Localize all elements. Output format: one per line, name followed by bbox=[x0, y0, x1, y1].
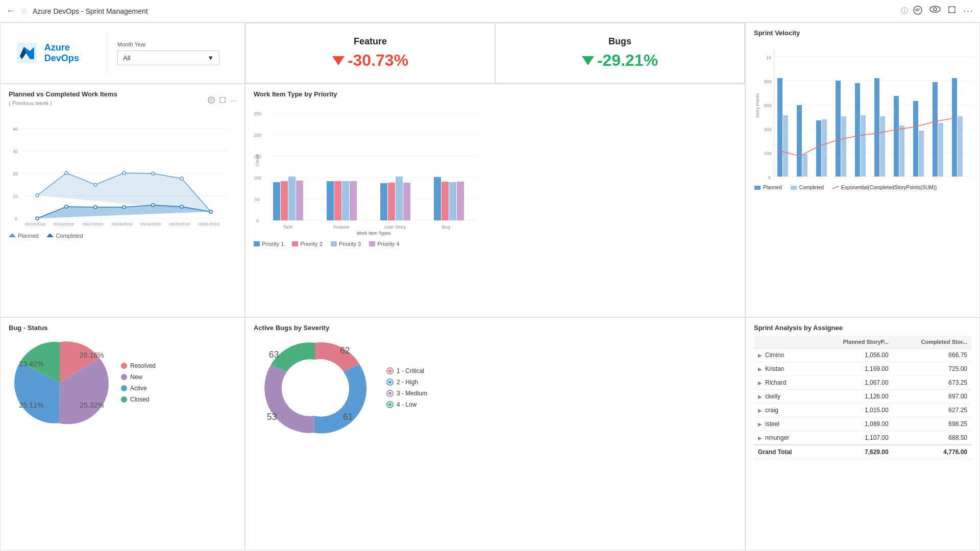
svg-point-2 bbox=[934, 8, 937, 11]
svg-point-69 bbox=[94, 206, 97, 209]
expand-row-icon[interactable]: ▶ bbox=[758, 366, 762, 372]
azure-devops-logo bbox=[16, 42, 38, 64]
p1-label: Priority 1 bbox=[262, 241, 284, 247]
svg-text:25.32%: 25.32% bbox=[80, 401, 104, 409]
svg-rect-21 bbox=[822, 119, 827, 177]
comment-icon[interactable] bbox=[208, 96, 215, 105]
critical-label: 1 - Critical bbox=[397, 367, 424, 374]
svg-rect-111 bbox=[434, 177, 441, 220]
svg-rect-106 bbox=[380, 183, 387, 220]
svg-rect-27 bbox=[880, 116, 885, 177]
svg-rect-108 bbox=[396, 177, 403, 220]
svg-rect-113 bbox=[449, 182, 456, 220]
planned-subtitle: ( Previous week ) bbox=[9, 100, 117, 106]
velocity-bar-planned-0 bbox=[777, 78, 782, 177]
planned-chart: 0 10 20 30 40 bbox=[9, 112, 233, 230]
svg-text:20: 20 bbox=[13, 171, 18, 177]
table-row: ▶Kristan 1,169.00 725.00 bbox=[754, 362, 971, 376]
grand-total-completed: 4,776.00 bbox=[893, 445, 971, 459]
workitem-title: Work Item Type by Priority bbox=[254, 90, 737, 98]
svg-text:09/17/2019: 09/17/2019 bbox=[83, 222, 104, 227]
svg-point-65 bbox=[180, 177, 183, 180]
p3-color bbox=[331, 241, 337, 246]
legend-completed: Completed bbox=[790, 185, 824, 190]
completed-value: 673.25 bbox=[893, 376, 971, 390]
expand-row-icon[interactable]: ▶ bbox=[758, 408, 762, 413]
svg-text:800: 800 bbox=[764, 79, 772, 84]
legend-p1: Priority 1 bbox=[254, 241, 284, 247]
svg-point-64 bbox=[152, 172, 155, 175]
bugs-kpi: Bugs -29.21% bbox=[495, 23, 745, 83]
planned-value: 1,107.00 bbox=[815, 431, 892, 445]
svg-rect-102 bbox=[334, 181, 341, 220]
expand-row-icon[interactable]: ▶ bbox=[758, 353, 762, 358]
more-icon[interactable]: ··· bbox=[963, 6, 974, 16]
logo-panel: Azure DevOps Month Year All ▼ bbox=[0, 22, 245, 84]
svg-rect-26 bbox=[874, 78, 879, 177]
svg-text:Jul1st...: Jul1st... bbox=[854, 181, 867, 182]
svg-text:100: 100 bbox=[254, 176, 261, 181]
svg-text:Jul2n...: Jul2n... bbox=[873, 181, 886, 182]
expand-row-icon[interactable]: ▶ bbox=[758, 435, 762, 441]
bug-status-panel: Bug - Status 26.16% 25.32% 2 bbox=[0, 317, 245, 551]
svg-rect-109 bbox=[403, 183, 410, 220]
velocity-legend: Planned Completed Exponential(CompletedS… bbox=[754, 185, 971, 190]
svg-point-70 bbox=[122, 206, 126, 209]
expand-row-icon[interactable]: ▶ bbox=[758, 421, 762, 427]
medium-label: 3 - Medium bbox=[397, 390, 427, 397]
svg-text:Feature: Feature bbox=[333, 224, 349, 230]
planned-value: 1,169.00 bbox=[815, 362, 892, 376]
svg-text:0: 0 bbox=[256, 218, 259, 223]
svg-rect-99 bbox=[296, 181, 303, 220]
completed-value: 666.75 bbox=[893, 348, 971, 362]
svg-rect-22 bbox=[836, 81, 841, 177]
table-row: ▶nmunger 1,107.00 688.50 bbox=[754, 431, 971, 445]
more-chart-icon[interactable]: ··· bbox=[230, 96, 236, 105]
table-row: ▶craig 1,015.00 627.25 bbox=[754, 404, 971, 417]
svg-point-0 bbox=[914, 6, 922, 14]
month-year-select[interactable]: All ▼ bbox=[117, 51, 219, 65]
back-button[interactable]: ← bbox=[6, 6, 15, 16]
topbar-actions: ··· bbox=[913, 6, 974, 16]
expand-chart-icon[interactable] bbox=[219, 96, 226, 105]
svg-rect-103 bbox=[342, 181, 349, 220]
svg-point-61 bbox=[65, 171, 68, 174]
expand-icon[interactable] bbox=[948, 6, 956, 16]
legend-p2: Priority 2 bbox=[292, 241, 322, 247]
workitem-legend: Priority 1 Priority 2 Priority 3 Priorit… bbox=[254, 241, 737, 247]
favorite-button[interactable]: ☆ bbox=[20, 6, 28, 16]
completed-value: 725.00 bbox=[893, 362, 971, 376]
expand-row-icon[interactable]: ▶ bbox=[758, 394, 762, 399]
feature-kpi: Feature -30.73% bbox=[246, 23, 495, 83]
chat-icon[interactable] bbox=[913, 6, 922, 16]
svg-rect-30 bbox=[913, 101, 918, 177]
view-icon[interactable] bbox=[929, 6, 941, 16]
svg-text:Sep1s...: Sep1s... bbox=[777, 181, 792, 182]
p1-color bbox=[254, 241, 260, 246]
feature-down-arrow bbox=[332, 56, 345, 65]
table-row: ▶Richard 1,067.00 673.25 bbox=[754, 376, 971, 390]
page-title: Azure DevOps - Sprint Management bbox=[33, 7, 896, 15]
svg-marker-81 bbox=[9, 233, 16, 237]
legend-planned-label: Planned bbox=[763, 185, 782, 190]
svg-point-129 bbox=[388, 381, 391, 384]
svg-text:200: 200 bbox=[764, 151, 772, 156]
legend-high: 2 - High bbox=[386, 379, 427, 386]
svg-text:09/18/2019: 09/18/2019 bbox=[112, 222, 133, 227]
info-icon[interactable]: ⓘ bbox=[901, 7, 908, 16]
new-color bbox=[121, 374, 127, 380]
expand-row-icon[interactable]: ▶ bbox=[758, 380, 762, 386]
svg-rect-104 bbox=[350, 181, 357, 220]
svg-text:62: 62 bbox=[340, 345, 350, 356]
svg-point-72 bbox=[180, 205, 183, 208]
svg-text:Sep2n...: Sep2n... bbox=[797, 181, 811, 182]
svg-rect-112 bbox=[442, 182, 449, 220]
svg-rect-34 bbox=[952, 78, 957, 177]
svg-rect-48 bbox=[791, 186, 797, 190]
svg-text:Aug1s...: Aug1s... bbox=[815, 181, 829, 182]
analysis-panel: Sprint Analysis by Assignee Planned Stor… bbox=[745, 317, 980, 551]
col-planned: Planned StoryP... bbox=[815, 336, 892, 348]
svg-rect-18 bbox=[797, 105, 802, 177]
bug-status-pie: 26.16% 25.32% 25.11% 23.42% bbox=[9, 337, 111, 429]
svg-point-68 bbox=[65, 205, 68, 208]
